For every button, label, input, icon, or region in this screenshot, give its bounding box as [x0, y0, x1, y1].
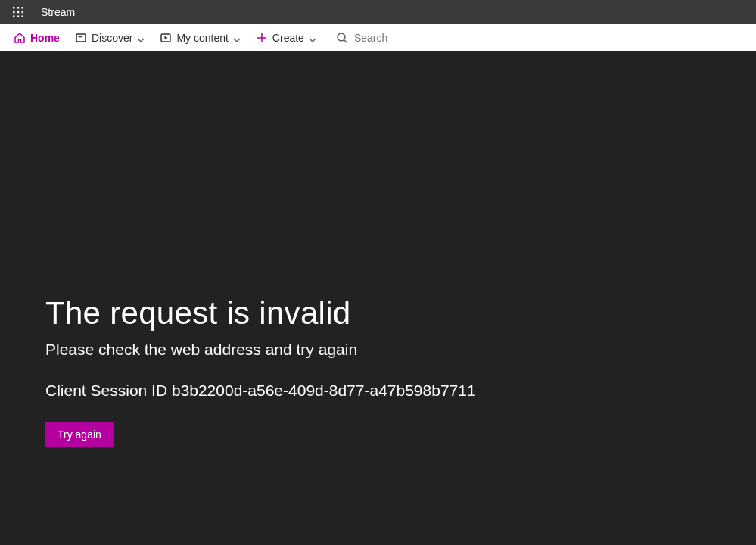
- nav-my-content-label: My content: [176, 32, 228, 44]
- my-content-icon: [160, 32, 172, 44]
- error-title: The request is invalid: [45, 295, 711, 332]
- svg-rect-0: [13, 7, 15, 9]
- nav-create-label: Create: [272, 32, 304, 44]
- svg-rect-6: [13, 16, 15, 18]
- home-icon: [14, 32, 26, 44]
- nav-discover-label: Discover: [92, 32, 132, 44]
- svg-rect-8: [22, 16, 24, 18]
- svg-rect-5: [22, 11, 24, 14]
- svg-rect-4: [17, 11, 20, 14]
- chevron-down-icon: [309, 34, 316, 42]
- svg-rect-1: [17, 7, 20, 9]
- topbar: Stream: [0, 0, 756, 24]
- svg-rect-2: [22, 7, 24, 9]
- menubar: Home Discover My content Create: [0, 24, 756, 51]
- nav-home-label: Home: [30, 32, 60, 44]
- chevron-down-icon: [137, 34, 145, 42]
- svg-point-11: [338, 33, 345, 41]
- search-input[interactable]: [354, 32, 430, 44]
- search-icon: [336, 32, 348, 44]
- plus-icon: [256, 32, 268, 44]
- svg-rect-9: [76, 34, 86, 42]
- nav-my-content[interactable]: My content: [152, 24, 247, 51]
- try-again-button[interactable]: Try again: [45, 422, 114, 447]
- search[interactable]: [328, 24, 437, 51]
- nav-home[interactable]: Home: [6, 24, 67, 51]
- discover-icon: [75, 32, 87, 44]
- nav-create[interactable]: Create: [248, 24, 324, 51]
- svg-rect-3: [13, 11, 15, 14]
- error-subtitle: Please check the web address and try aga…: [45, 341, 711, 359]
- nav-discover[interactable]: Discover: [67, 24, 152, 51]
- error-session-id: Client Session ID b3b2200d-a56e-409d-8d7…: [45, 382, 711, 400]
- chevron-down-icon: [233, 34, 241, 42]
- app-launcher-icon[interactable]: [6, 0, 30, 24]
- svg-rect-7: [17, 16, 20, 18]
- app-name[interactable]: Stream: [41, 6, 75, 18]
- error-content: The request is invalid Please check the …: [0, 51, 756, 545]
